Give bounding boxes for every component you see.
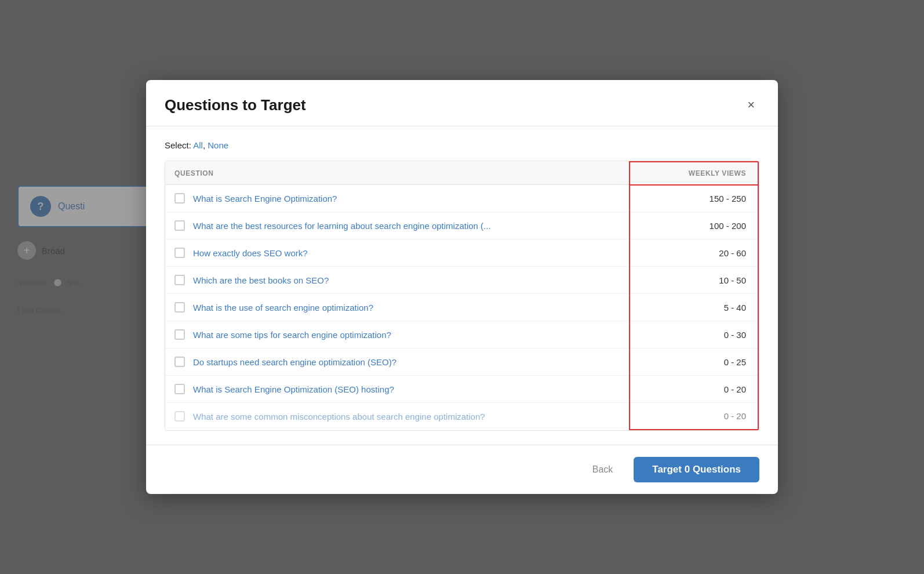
question-link[interactable]: What is the use of search engine optimiz… — [193, 303, 373, 313]
views-cell: 20 - 60 — [630, 239, 758, 267]
modal-close-button[interactable]: × — [743, 96, 759, 114]
question-cell: What is Search Engine Optimization (SEO)… — [165, 376, 630, 403]
question-link[interactable]: What are the best resources for learning… — [193, 221, 491, 231]
table-row: What is the use of search engine optimiz… — [165, 294, 758, 321]
modal-dialog: Questions to Target × Select: All, None … — [146, 80, 778, 495]
question-checkbox[interactable] — [174, 220, 185, 231]
questions-table: QUESTION WEEKLY VIEWS What is Search Eng… — [165, 161, 759, 431]
select-row: Select: All, None — [165, 140, 759, 150]
question-checkbox[interactable] — [174, 193, 185, 204]
question-link[interactable]: What are some tips for search engine opt… — [193, 330, 391, 340]
views-cell: 0 - 20 — [630, 376, 758, 403]
question-cell: What are some common misconceptions abou… — [165, 403, 630, 430]
modal-footer: Back Target 0 Questions — [146, 445, 778, 494]
question-link[interactable]: What is Search Engine Optimization (SEO)… — [193, 384, 394, 394]
table-row: What is Search Engine Optimization?150 -… — [165, 185, 758, 212]
modal-body: Select: All, None QUESTION WEEKLY VIEWS … — [146, 126, 778, 445]
question-checkbox[interactable] — [174, 248, 185, 258]
question-checkbox[interactable] — [174, 357, 185, 367]
table-row: What are some common misconceptions abou… — [165, 403, 758, 430]
target-questions-button[interactable]: Target 0 Questions — [634, 457, 759, 482]
select-all-link[interactable]: All — [193, 140, 203, 150]
question-link[interactable]: How exactly does SEO work? — [193, 248, 308, 258]
views-cell: 0 - 20 — [630, 403, 758, 430]
table-row: Do startups need search engine optimizat… — [165, 348, 758, 376]
table-row: What are the best resources for learning… — [165, 212, 758, 239]
select-label: Select: — [165, 140, 191, 150]
question-checkbox[interactable] — [174, 302, 185, 313]
question-cell: What are some tips for search engine opt… — [165, 321, 630, 348]
views-cell: 0 - 25 — [630, 348, 758, 376]
select-none-link[interactable]: None — [208, 140, 228, 150]
col-header-question: QUESTION — [165, 162, 630, 185]
question-checkbox[interactable] — [174, 329, 185, 340]
table-row: What are some tips for search engine opt… — [165, 321, 758, 348]
table-row: Which are the best books on SEO?10 - 50 — [165, 267, 758, 294]
table-row: How exactly does SEO work?20 - 60 — [165, 239, 758, 267]
question-link[interactable]: What are some common misconceptions abou… — [193, 412, 485, 422]
views-cell: 5 - 40 — [630, 294, 758, 321]
back-button[interactable]: Back — [581, 459, 625, 481]
views-cell: 10 - 50 — [630, 267, 758, 294]
question-link[interactable]: Do startups need search engine optimizat… — [193, 357, 396, 367]
question-cell: What is the use of search engine optimiz… — [165, 294, 630, 321]
questions-table-container[interactable]: QUESTION WEEKLY VIEWS What is Search Eng… — [165, 161, 759, 431]
question-cell: Do startups need search engine optimizat… — [165, 348, 630, 376]
modal-header: Questions to Target × — [146, 80, 778, 126]
views-cell: 100 - 200 — [630, 212, 758, 239]
table-row: What is Search Engine Optimization (SEO)… — [165, 376, 758, 403]
question-cell: Which are the best books on SEO? — [165, 267, 630, 294]
col-header-views: WEEKLY VIEWS — [630, 162, 758, 185]
question-checkbox[interactable] — [174, 384, 185, 394]
question-checkbox[interactable] — [174, 411, 185, 422]
question-checkbox[interactable] — [174, 275, 185, 285]
question-cell: How exactly does SEO work? — [165, 239, 630, 267]
question-cell: What are the best resources for learning… — [165, 212, 630, 239]
question-link[interactable]: What is Search Engine Optimization? — [193, 194, 337, 204]
modal-overlay: Questions to Target × Select: All, None … — [0, 0, 924, 574]
question-link[interactable]: Which are the best books on SEO? — [193, 275, 329, 285]
views-cell: 0 - 30 — [630, 321, 758, 348]
modal-title: Questions to Target — [165, 96, 306, 114]
question-cell: What is Search Engine Optimization? — [165, 185, 630, 212]
views-cell: 150 - 250 — [630, 185, 758, 212]
